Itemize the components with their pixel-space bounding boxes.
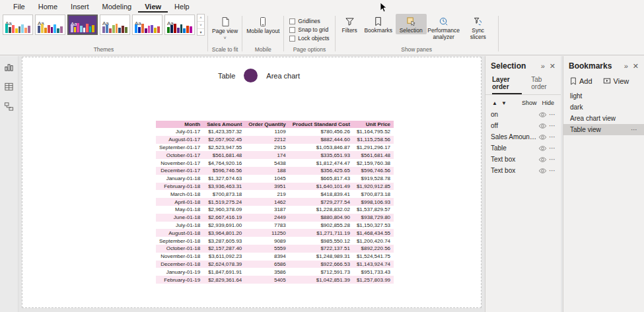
- visibility-toggle[interactable]: [539, 146, 546, 151]
- bookmark-item-area-chart-view[interactable]: Area chart view: [563, 113, 644, 124]
- sync-slicers-button[interactable]: Sync slicers: [461, 14, 495, 40]
- collapse-pane-icon[interactable]: »: [624, 63, 628, 70]
- table-cell: $1,164,795.52: [353, 128, 394, 136]
- visibility-toggle[interactable]: [539, 112, 546, 117]
- page-view-button[interactable]: Page view ˅: [208, 14, 242, 40]
- show-pane-button-label: Selection: [400, 28, 423, 34]
- menu-home[interactable]: Home: [32, 1, 64, 13]
- selection-item[interactable]: Text box⋯: [485, 165, 561, 176]
- table-cell: $561,681.48: [353, 151, 394, 159]
- mobile-layout-button[interactable]: Mobile layout: [242, 14, 283, 35]
- close-pane-icon[interactable]: ✕: [633, 63, 639, 70]
- table-row: September-01-18$3,287,605.939089$985,550…: [156, 237, 394, 245]
- bookmarks-pane-header: Bookmarks » ✕: [563, 56, 644, 75]
- bookmark-item-table-view[interactable]: Table view⋯: [563, 124, 644, 135]
- table-cell: 5559: [245, 245, 289, 253]
- more-options-icon[interactable]: ⋯: [549, 134, 555, 140]
- hide-all-button[interactable]: Hide: [542, 100, 554, 106]
- visibility-eye-icon[interactable]: [539, 135, 546, 140]
- theme-thumbnail-3[interactable]: Aa: [67, 15, 98, 35]
- theme-thumbnail-5[interactable]: Aa: [132, 15, 162, 35]
- visibility-eye-icon[interactable]: [539, 168, 546, 173]
- collapse-pane-icon[interactable]: »: [541, 63, 545, 70]
- table-cell: 5405: [245, 276, 289, 284]
- selection-item[interactable]: Sales Amount by Mon...⋯: [485, 131, 561, 142]
- tab-tab-order[interactable]: Tab order: [531, 76, 554, 94]
- move-down-icon[interactable]: ▼: [501, 100, 507, 106]
- visibility-toggle[interactable]: [539, 168, 546, 173]
- bookmark-item-dark[interactable]: dark: [563, 102, 644, 113]
- visibility-eye-icon[interactable]: [539, 157, 546, 162]
- bookmark-item-light[interactable]: light: [563, 90, 644, 102]
- more-options-icon[interactable]: ⋯: [549, 168, 555, 174]
- selection-item[interactable]: Table⋯: [485, 142, 561, 154]
- menu-view[interactable]: View: [138, 1, 168, 13]
- theme-thumbnail-2[interactable]: Aa: [35, 15, 65, 35]
- menu-modeling[interactable]: Modeling: [96, 1, 139, 13]
- table-header-cell: Product Standard Cost: [289, 121, 353, 128]
- more-options-icon[interactable]: ⋯: [549, 123, 555, 129]
- table-cell: November-01-18: [156, 253, 203, 261]
- visibility-toggle[interactable]: [539, 123, 546, 129]
- data-table[interactable]: MonthSales AmountOrder QuantityProduct S…: [156, 121, 394, 284]
- bookmarks-button[interactable]: Bookmarks: [361, 14, 396, 34]
- gallery-more-icon[interactable]: ▾: [197, 29, 204, 36]
- view-bookmarks-button[interactable]: View: [603, 77, 629, 85]
- checkbox-snap-to-grid[interactable]: Snap to grid: [289, 26, 329, 33]
- menu-file[interactable]: File: [7, 1, 32, 13]
- more-options-icon[interactable]: ⋯: [549, 145, 555, 152]
- visibility-eye-icon[interactable]: [539, 146, 546, 151]
- table-row: October-01-18$2,157,287.405559$722,137.5…: [156, 245, 394, 253]
- bookmarks-actions: Add View: [563, 75, 644, 90]
- tab-layer-order[interactable]: Layer order: [492, 76, 522, 94]
- visibility-eye-icon[interactable]: [539, 112, 546, 117]
- menu-help[interactable]: Help: [168, 1, 196, 13]
- selection-item-label: Text box: [491, 156, 536, 163]
- data-view-button[interactable]: [3, 80, 16, 93]
- table-cell: January-01-18: [156, 175, 203, 183]
- model-view-button[interactable]: [3, 100, 16, 113]
- selection-item-label: Sales Amount by Mon...: [491, 133, 536, 140]
- checkbox-lock-objects[interactable]: Lock objects: [289, 35, 329, 42]
- selection-item[interactable]: off⋯: [485, 120, 561, 131]
- table-row: August-01-18$3,964,801.2011250$1,271,711…: [156, 229, 394, 237]
- powerbi-window: FileHomeInsertModelingViewHelp AaAaAaAaA…: [0, 0, 644, 312]
- selection-item[interactable]: on⋯: [485, 109, 561, 120]
- page-icon: [220, 16, 231, 27]
- visibility-toggle[interactable]: [539, 157, 546, 162]
- visibility-toggle[interactable]: [539, 135, 546, 140]
- table-row: September-01-17$2,523,947.552915$1,053,8…: [156, 144, 394, 152]
- table-row: April-01-18$1,519,275.241462$729,277.54$…: [156, 198, 394, 206]
- gallery-up-icon[interactable]: ˄: [197, 15, 204, 22]
- selection-button[interactable]: Selection: [396, 14, 427, 34]
- checkbox-gridlines[interactable]: Gridlines: [289, 18, 329, 24]
- report-canvas[interactable]: Table Area chart MonthSales AmountOrder …: [22, 57, 482, 308]
- table-cell: $1,291,296.17: [353, 144, 394, 152]
- theme-thumbnail-6[interactable]: Aa: [164, 15, 195, 35]
- move-up-icon[interactable]: ▲: [492, 100, 497, 106]
- visibility-eye-icon[interactable]: [539, 123, 546, 129]
- table-cell: $1,537,829.57: [353, 206, 394, 214]
- table-cell: 2212: [245, 136, 289, 144]
- view-toggle: Table Area chart: [218, 69, 300, 82]
- gallery-down-icon[interactable]: ˅: [197, 22, 204, 29]
- table-cell: 1109: [245, 128, 289, 136]
- selection-item[interactable]: Text box⋯: [485, 154, 561, 165]
- bookmark-toggle-button[interactable]: [244, 69, 258, 82]
- table-cell: 2915: [245, 144, 289, 152]
- theme-thumbnail-4[interactable]: Aa: [100, 15, 130, 35]
- table-cell: $2,057,902.45: [203, 136, 245, 144]
- show-all-button[interactable]: Show: [522, 100, 537, 106]
- more-options-icon[interactable]: ⋯: [631, 127, 637, 133]
- performance-analyzer-button[interactable]: Performance analyzer: [427, 14, 461, 40]
- theme-thumbnail-1[interactable]: Aa: [3, 15, 33, 35]
- more-options-icon[interactable]: ⋯: [549, 156, 555, 163]
- selection-pane-header: Selection » ✕: [485, 56, 561, 75]
- close-pane-icon[interactable]: ✕: [550, 63, 555, 70]
- table-cell: April-01-18: [156, 198, 203, 206]
- filters-button[interactable]: Filters: [338, 14, 361, 34]
- report-view-button[interactable]: [3, 60, 16, 73]
- more-options-icon[interactable]: ⋯: [549, 111, 555, 118]
- menu-insert[interactable]: Insert: [64, 1, 96, 13]
- add-bookmark-button[interactable]: Add: [570, 77, 592, 85]
